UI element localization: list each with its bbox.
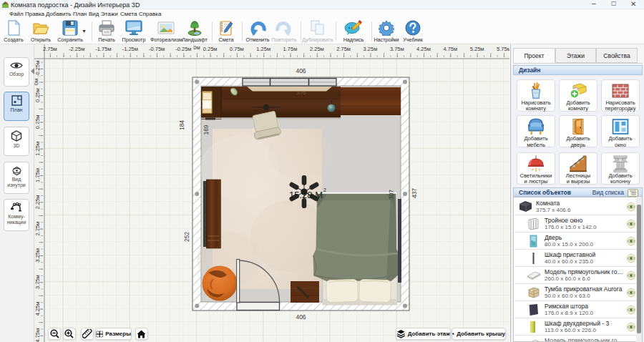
svg-text:4.25м: 4.25м	[34, 302, 41, 316]
svg-text:4.75м: 4.75м	[34, 328, 41, 342]
svg-text:3.25м: 3.25м	[34, 248, 41, 263]
svg-text:-1.75м: -1.75м	[95, 46, 111, 52]
svg-text:0.75м: 0.75м	[34, 115, 41, 130]
svg-text:0м: 0м	[34, 79, 39, 85]
svg-text:3.25м: 3.25м	[364, 46, 378, 52]
svg-text:2.75м: 2.75м	[336, 46, 351, 52]
svg-text:3.75м: 3.75м	[390, 46, 404, 52]
svg-text:1.75м: 1.75м	[283, 46, 298, 52]
svg-text:-2.25м: -2.25м	[69, 46, 84, 52]
svg-text:5.25м: 5.25м	[470, 46, 484, 52]
svg-text:5.75м: 5.75м	[497, 46, 509, 52]
svg-text:-1.25м: -1.25м	[122, 46, 138, 52]
svg-text:0.25м: 0.25м	[34, 88, 41, 102]
svg-text:1.75м: 1.75м	[34, 168, 41, 182]
svg-text:4.75м: 4.75м	[443, 46, 457, 52]
svg-text:-0.25м: -0.25м	[175, 46, 191, 52]
svg-text:406: 406	[296, 313, 306, 321]
svg-text:-0.75м: -0.75м	[149, 46, 165, 52]
svg-text:0.75м: 0.75м	[230, 46, 244, 52]
svg-text:184: 184	[178, 120, 185, 130]
svg-text:-0.25м: -0.25м	[34, 61, 41, 77]
svg-text:169: 169	[203, 124, 210, 135]
svg-text:1.25м: 1.25м	[34, 142, 41, 156]
svg-text:252: 252	[183, 232, 190, 242]
svg-text:3.75м: 3.75м	[34, 275, 41, 289]
svg-text:2.25м: 2.25м	[310, 46, 324, 52]
svg-text:15.28 М: 15.28 М	[289, 190, 323, 200]
svg-text:2.75м: 2.75м	[43, 46, 57, 52]
svg-text:0м: 0м	[193, 44, 200, 51]
svg-text:437: 437	[411, 188, 418, 198]
svg-text:307: 307	[388, 190, 395, 200]
svg-text:376: 376	[296, 89, 306, 96]
svg-text:406: 406	[296, 67, 306, 74]
svg-text:1.25м: 1.25м	[256, 46, 270, 52]
svg-text:2: 2	[323, 187, 326, 192]
svg-text:2.25м: 2.25м	[34, 195, 41, 210]
svg-text:4.25м: 4.25м	[416, 46, 431, 52]
svg-text:2.75м: 2.75м	[34, 222, 41, 236]
svg-text:0.25м: 0.25м	[203, 46, 218, 52]
